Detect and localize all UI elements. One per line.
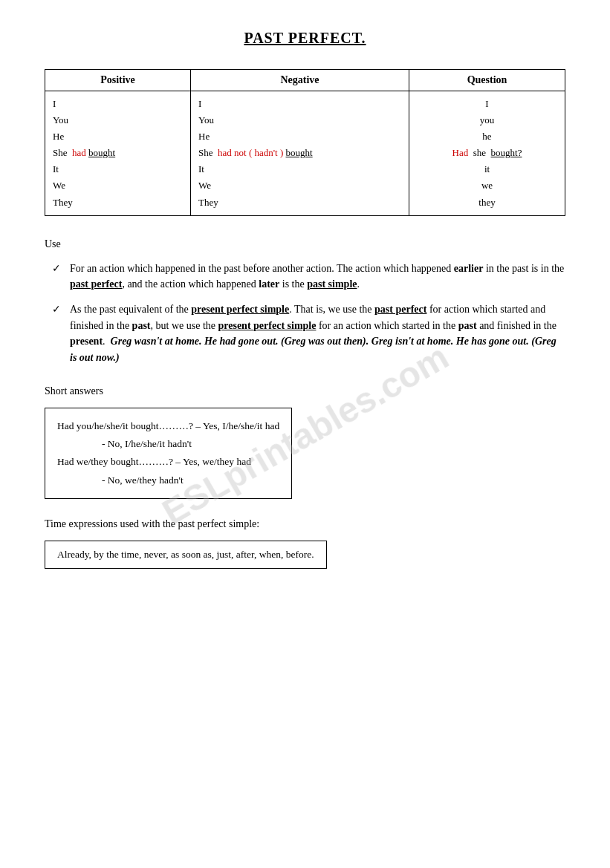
present-perfect-simple-1: present perfect simple [191, 304, 289, 315]
present-bold: present [70, 336, 103, 347]
short-answer-line4: - No, we/they hadn't [57, 471, 279, 489]
header-positive: Positive [45, 70, 191, 91]
negative-verb: bought [286, 147, 313, 158]
time-expressions-section: Time expressions used with the past perf… [45, 518, 565, 569]
positive-verb: bought [88, 147, 115, 158]
later-bold: later [259, 278, 279, 290]
time-expressions-label: Time expressions used with the past perf… [45, 518, 565, 530]
positive-had: had [72, 147, 86, 158]
use-list: For an action which happened in the past… [45, 261, 565, 366]
question-cell: I you he Had she bought? it we they [409, 91, 565, 216]
short-answers-box: Had you/he/she/it bought………? – Yes, I/he… [45, 408, 292, 499]
negative-had: had not [218, 147, 247, 158]
past-bold-1: past [132, 320, 151, 331]
earlier-bold: earlier [454, 263, 484, 274]
positive-cell: I You He She had bought It We They [45, 91, 191, 216]
question-had: Had [452, 147, 469, 158]
past-bold-2: past [458, 320, 477, 331]
grammar-table: Positive Negative Question I You He She … [45, 69, 565, 216]
past-perfect-1: past perfect [70, 278, 122, 290]
short-answer-line3: Had we/they bought………? – Yes, we/they ha… [57, 453, 279, 471]
header-question: Question [409, 70, 565, 91]
past-simple: past simple [307, 278, 357, 290]
use-item-2: As the past equivalent of the present pe… [59, 301, 565, 366]
negative-hadnt: ( hadn't ) [249, 147, 283, 158]
page-title: PAST PERFECT. [45, 30, 565, 47]
past-perfect-2: past perfect [374, 304, 426, 315]
short-answers-label: Short answers [45, 385, 565, 397]
use-item-1: For an action which happened in the past… [59, 261, 565, 293]
present-perfect-simple-2: present perfect simple [218, 320, 317, 331]
time-expressions-box: Already, by the time, never, as soon as,… [45, 541, 327, 569]
use-section: Use For an action which happened in the … [45, 238, 565, 366]
header-negative: Negative [191, 70, 409, 91]
short-answer-line1: Had you/he/she/it bought………? – Yes, I/he… [57, 417, 279, 435]
short-answer-line2: - No, I/he/she/it hadn't [57, 435, 279, 453]
use-label: Use [45, 238, 565, 250]
question-verb: bought? [491, 147, 522, 158]
negative-cell: I You He She had not ( hadn't ) bought I… [191, 91, 409, 216]
short-answers-section: Short answers Had you/he/she/it bought……… [45, 385, 565, 499]
example-sentence: Greg wasn't at home. He had gone out. (G… [70, 336, 557, 363]
